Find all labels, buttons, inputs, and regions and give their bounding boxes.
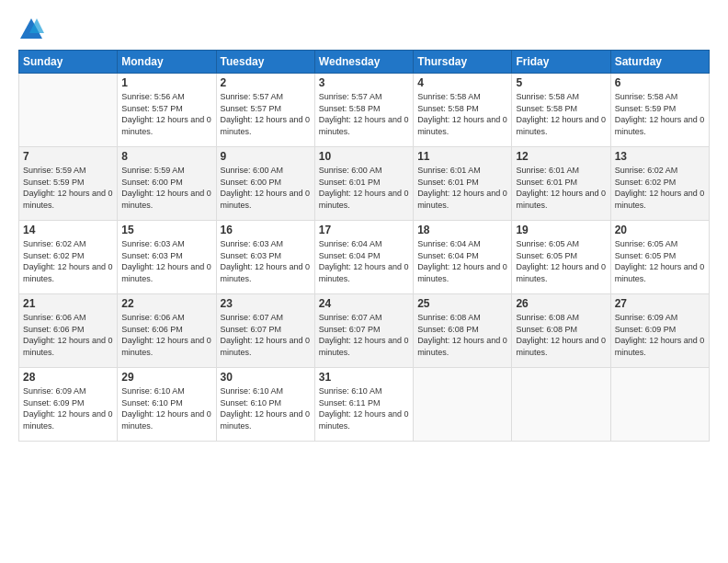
- calendar-cell: 13Sunrise: 6:02 AM Sunset: 6:02 PM Dayli…: [610, 147, 709, 221]
- weekday-header-friday: Friday: [512, 51, 610, 74]
- calendar-cell: 15Sunrise: 6:03 AM Sunset: 6:03 PM Dayli…: [118, 221, 216, 294]
- day-info: Sunrise: 6:10 AM Sunset: 6:10 PM Dayligh…: [221, 385, 311, 431]
- day-number: 26: [516, 297, 606, 310]
- day-number: 6: [615, 76, 705, 89]
- day-number: 5: [516, 76, 606, 89]
- calendar-week-row: 1Sunrise: 5:56 AM Sunset: 5:57 PM Daylig…: [19, 74, 710, 147]
- calendar-cell: 16Sunrise: 6:03 AM Sunset: 6:03 PM Dayli…: [216, 221, 314, 294]
- calendar-cell: [19, 74, 118, 147]
- calendar-cell: 6Sunrise: 5:58 AM Sunset: 5:59 PM Daylig…: [610, 74, 709, 147]
- calendar-week-row: 7Sunrise: 5:59 AM Sunset: 5:59 PM Daylig…: [19, 147, 710, 221]
- day-info: Sunrise: 6:10 AM Sunset: 6:11 PM Dayligh…: [319, 385, 409, 431]
- calendar-cell: 8Sunrise: 5:59 AM Sunset: 6:00 PM Daylig…: [118, 147, 216, 221]
- weekday-header-saturday: Saturday: [610, 51, 709, 74]
- day-info: Sunrise: 6:00 AM Sunset: 6:00 PM Dayligh…: [221, 165, 311, 211]
- calendar-cell: 9Sunrise: 6:00 AM Sunset: 6:00 PM Daylig…: [216, 147, 314, 221]
- weekday-header-sunday: Sunday: [19, 51, 118, 74]
- day-info: Sunrise: 6:07 AM Sunset: 6:07 PM Dayligh…: [319, 312, 409, 358]
- day-info: Sunrise: 5:58 AM Sunset: 5:58 PM Dayligh…: [417, 91, 507, 137]
- day-info: Sunrise: 6:09 AM Sunset: 6:09 PM Dayligh…: [615, 312, 705, 358]
- day-info: Sunrise: 6:10 AM Sunset: 6:10 PM Dayligh…: [121, 385, 211, 431]
- weekday-header-wednesday: Wednesday: [314, 51, 413, 74]
- calendar-cell: 29Sunrise: 6:10 AM Sunset: 6:10 PM Dayli…: [118, 368, 216, 442]
- weekday-header-thursday: Thursday: [414, 51, 512, 74]
- day-number: 27: [615, 297, 705, 310]
- calendar-week-row: 28Sunrise: 6:09 AM Sunset: 6:09 PM Dayli…: [19, 368, 710, 442]
- calendar-cell: 1Sunrise: 5:56 AM Sunset: 5:57 PM Daylig…: [118, 74, 216, 147]
- day-info: Sunrise: 5:59 AM Sunset: 5:59 PM Dayligh…: [23, 165, 113, 211]
- day-info: Sunrise: 5:58 AM Sunset: 5:59 PM Dayligh…: [615, 91, 705, 137]
- calendar-cell: 28Sunrise: 6:09 AM Sunset: 6:09 PM Dayli…: [19, 368, 118, 442]
- calendar-cell: 4Sunrise: 5:58 AM Sunset: 5:58 PM Daylig…: [414, 74, 512, 147]
- calendar-cell: 25Sunrise: 6:08 AM Sunset: 6:08 PM Dayli…: [414, 294, 512, 368]
- header: [18, 17, 710, 42]
- day-number: 18: [417, 224, 507, 236]
- day-info: Sunrise: 6:04 AM Sunset: 6:04 PM Dayligh…: [417, 238, 507, 284]
- day-info: Sunrise: 5:57 AM Sunset: 5:58 PM Dayligh…: [319, 91, 409, 137]
- calendar-cell: 10Sunrise: 6:00 AM Sunset: 6:01 PM Dayli…: [314, 147, 413, 221]
- day-number: 21: [23, 297, 113, 310]
- day-info: Sunrise: 6:02 AM Sunset: 6:02 PM Dayligh…: [615, 165, 705, 211]
- day-info: Sunrise: 6:06 AM Sunset: 6:06 PM Dayligh…: [23, 312, 113, 358]
- day-number: 30: [221, 371, 311, 384]
- day-number: 13: [615, 150, 705, 163]
- calendar-cell: [414, 368, 512, 442]
- weekday-header-tuesday: Tuesday: [216, 51, 314, 74]
- calendar-cell: 26Sunrise: 6:08 AM Sunset: 6:08 PM Dayli…: [512, 294, 610, 368]
- day-number: 12: [516, 150, 606, 163]
- day-info: Sunrise: 5:59 AM Sunset: 6:00 PM Dayligh…: [121, 165, 211, 211]
- calendar-cell: 22Sunrise: 6:06 AM Sunset: 6:06 PM Dayli…: [118, 294, 216, 368]
- calendar-cell: 19Sunrise: 6:05 AM Sunset: 6:05 PM Dayli…: [512, 221, 610, 294]
- calendar-week-row: 21Sunrise: 6:06 AM Sunset: 6:06 PM Dayli…: [19, 294, 710, 368]
- day-number: 28: [23, 371, 113, 384]
- day-number: 24: [319, 297, 409, 310]
- logo-icon: [18, 17, 44, 42]
- day-info: Sunrise: 6:04 AM Sunset: 6:04 PM Dayligh…: [319, 238, 409, 284]
- day-number: 4: [417, 76, 507, 89]
- calendar-cell: [610, 368, 709, 442]
- calendar-cell: 23Sunrise: 6:07 AM Sunset: 6:07 PM Dayli…: [216, 294, 314, 368]
- calendar-cell: 20Sunrise: 6:05 AM Sunset: 6:05 PM Dayli…: [610, 221, 709, 294]
- day-number: 7: [23, 150, 113, 163]
- day-number: 17: [319, 224, 409, 236]
- day-info: Sunrise: 5:58 AM Sunset: 5:58 PM Dayligh…: [516, 91, 606, 137]
- day-info: Sunrise: 6:01 AM Sunset: 6:01 PM Dayligh…: [417, 165, 507, 211]
- calendar-cell: 30Sunrise: 6:10 AM Sunset: 6:10 PM Dayli…: [216, 368, 314, 442]
- day-info: Sunrise: 6:05 AM Sunset: 6:05 PM Dayligh…: [516, 238, 606, 284]
- day-number: 29: [121, 371, 211, 384]
- day-number: 8: [121, 150, 211, 163]
- calendar-cell: 3Sunrise: 5:57 AM Sunset: 5:58 PM Daylig…: [314, 74, 413, 147]
- day-number: 10: [319, 150, 409, 163]
- day-info: Sunrise: 5:57 AM Sunset: 5:57 PM Dayligh…: [221, 91, 311, 137]
- day-number: 2: [221, 76, 311, 89]
- day-info: Sunrise: 6:05 AM Sunset: 6:05 PM Dayligh…: [615, 238, 705, 284]
- day-info: Sunrise: 5:56 AM Sunset: 5:57 PM Dayligh…: [121, 91, 211, 137]
- calendar-cell: 7Sunrise: 5:59 AM Sunset: 5:59 PM Daylig…: [19, 147, 118, 221]
- weekday-header-row: SundayMondayTuesdayWednesdayThursdayFrid…: [19, 51, 710, 74]
- calendar-cell: 14Sunrise: 6:02 AM Sunset: 6:02 PM Dayli…: [19, 221, 118, 294]
- calendar-cell: 21Sunrise: 6:06 AM Sunset: 6:06 PM Dayli…: [19, 294, 118, 368]
- calendar-cell: [512, 368, 610, 442]
- day-info: Sunrise: 6:01 AM Sunset: 6:01 PM Dayligh…: [516, 165, 606, 211]
- day-info: Sunrise: 6:07 AM Sunset: 6:07 PM Dayligh…: [221, 312, 311, 358]
- day-info: Sunrise: 6:09 AM Sunset: 6:09 PM Dayligh…: [23, 385, 113, 431]
- day-number: 23: [221, 297, 311, 310]
- day-info: Sunrise: 6:00 AM Sunset: 6:01 PM Dayligh…: [319, 165, 409, 211]
- day-info: Sunrise: 6:02 AM Sunset: 6:02 PM Dayligh…: [23, 238, 113, 284]
- day-number: 19: [516, 224, 606, 236]
- day-number: 20: [615, 224, 705, 236]
- day-number: 16: [221, 224, 311, 236]
- calendar-cell: 18Sunrise: 6:04 AM Sunset: 6:04 PM Dayli…: [414, 221, 512, 294]
- day-info: Sunrise: 6:03 AM Sunset: 6:03 PM Dayligh…: [121, 238, 211, 284]
- day-number: 11: [417, 150, 507, 163]
- calendar-cell: 5Sunrise: 5:58 AM Sunset: 5:58 PM Daylig…: [512, 74, 610, 147]
- day-number: 25: [417, 297, 507, 310]
- day-number: 9: [221, 150, 311, 163]
- day-number: 1: [121, 76, 211, 89]
- calendar-cell: 2Sunrise: 5:57 AM Sunset: 5:57 PM Daylig…: [216, 74, 314, 147]
- page: SundayMondayTuesdayWednesdayThursdayFrid…: [0, 0, 728, 563]
- calendar-table: SundayMondayTuesdayWednesdayThursdayFrid…: [18, 50, 710, 442]
- day-info: Sunrise: 6:08 AM Sunset: 6:08 PM Dayligh…: [516, 312, 606, 358]
- calendar-cell: 11Sunrise: 6:01 AM Sunset: 6:01 PM Dayli…: [414, 147, 512, 221]
- day-number: 14: [23, 224, 113, 236]
